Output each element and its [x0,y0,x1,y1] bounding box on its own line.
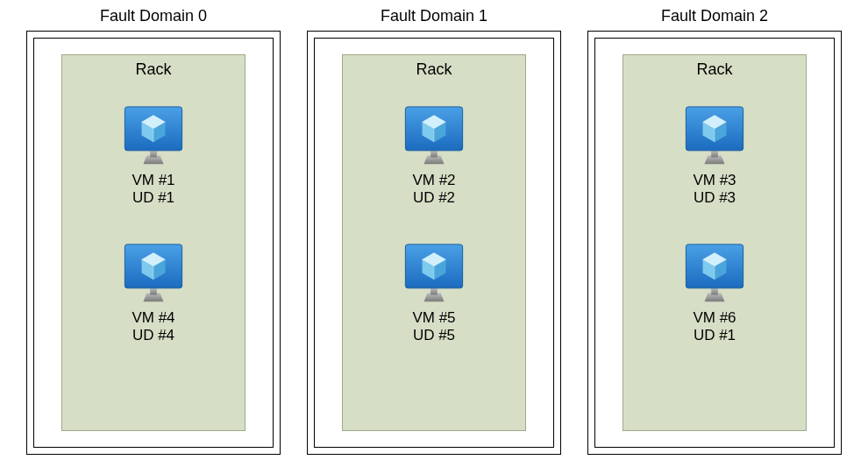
vm-labels: VM #6 UD #1 [693,309,736,345]
inner-frame: Rack VM #2 UD #2 [314,38,554,448]
outer-frame: Rack VM #1 UD #1 [26,31,281,455]
vm-labels: VM #4 UD #4 [132,309,174,345]
fault-domain-title: Fault Domain 0 [100,7,207,25]
rack: Rack VM #2 UD #2 [342,54,526,431]
vm-labels: VM #2 UD #2 [412,172,455,208]
vm-monitor-icon [400,105,468,168]
vm-slot: VM #2 UD #2 [400,105,468,208]
vm-monitor-icon [680,243,749,306]
vm-slot: VM #1 UD #1 [119,105,188,208]
outer-frame: Rack VM #2 UD #2 [307,31,561,455]
fault-domain-1: Fault Domain 1 Rack VM #2 UD #2 [307,7,561,455]
vm-labels: VM #3 UD #3 [693,172,736,208]
rack-label: Rack [416,60,452,79]
vm-slot: VM #5 UD #5 [400,243,468,345]
rack-label: Rack [696,60,732,79]
vm-monitor-icon [119,105,188,168]
vm-name: VM #6 [693,309,736,327]
fault-domain-0: Fault Domain 0 Rack VM #1 UD #1 [26,7,281,455]
vm-name: VM #2 [412,172,455,189]
fault-domain-2: Fault Domain 2 Rack VM #3 UD #3 [587,7,842,455]
vm-monitor-icon [400,243,468,306]
vm-name: VM #4 [132,309,174,327]
vm-monitor-icon [119,243,188,306]
fault-domain-row: Fault Domain 0 Rack VM #1 UD #1 [26,7,842,455]
vm-labels: VM #5 UD #5 [412,309,455,345]
vm-slot: VM #6 UD #1 [680,243,749,345]
fault-domain-title: Fault Domain 1 [381,7,487,25]
diagram-stage: Fault Domain 0 Rack VM #1 UD #1 [0,0,868,467]
ud-name: UD #2 [412,189,455,207]
ud-name: UD #5 [412,327,455,344]
rack: Rack VM #1 UD #1 [61,54,245,431]
rack-label: Rack [135,60,171,79]
inner-frame: Rack VM #3 UD #3 [594,38,835,448]
ud-name: UD #4 [132,327,174,344]
rack: Rack VM #3 UD #3 [623,54,807,431]
outer-frame: Rack VM #3 UD #3 [587,31,842,455]
vm-name: VM #3 [693,172,736,189]
ud-name: UD #3 [693,189,736,207]
vm-name: VM #5 [412,309,455,327]
vm-slot: VM #4 UD #4 [119,243,188,345]
ud-name: UD #1 [132,189,174,207]
ud-name: UD #1 [693,327,736,344]
fault-domain-title: Fault Domain 2 [661,7,768,25]
vm-name: VM #1 [132,172,174,189]
inner-frame: Rack VM #1 UD #1 [33,38,274,448]
vm-monitor-icon [680,105,749,168]
vm-labels: VM #1 UD #1 [132,172,174,208]
vm-slot: VM #3 UD #3 [680,105,749,208]
